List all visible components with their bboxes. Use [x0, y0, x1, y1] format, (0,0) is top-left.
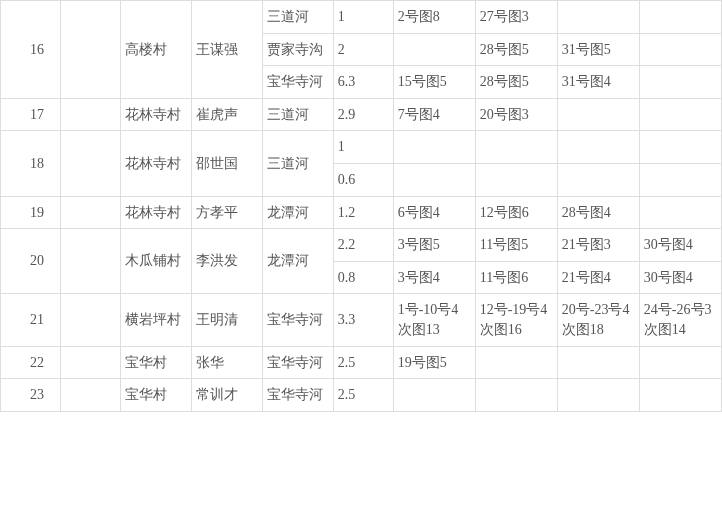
col-blank: [60, 98, 120, 131]
row-number: 19: [1, 196, 61, 229]
value-cell: 1: [333, 1, 393, 34]
row-number: 16: [1, 1, 61, 99]
river-cell: 宝华寺河: [262, 346, 333, 379]
figure-cell: 30号图4: [639, 229, 721, 262]
table-row: 20木瓜铺村李洪发龙潭河2.23号图511号图521号图330号图4: [1, 229, 722, 262]
value-cell: 2.5: [333, 346, 393, 379]
value-cell: 2.2: [333, 229, 393, 262]
figure-cell: [639, 163, 721, 196]
village-cell: 花林寺村: [120, 98, 191, 131]
value-cell: 2.5: [333, 379, 393, 412]
value-cell: 0.8: [333, 261, 393, 294]
figure-cell: 7号图4: [393, 98, 475, 131]
figure-cell: [475, 131, 557, 164]
col-blank: [60, 229, 120, 294]
person-cell: 邵世国: [191, 131, 262, 196]
figure-cell: 12号-19号4次图16: [475, 294, 557, 346]
row-number: 18: [1, 131, 61, 196]
figure-cell: [475, 379, 557, 412]
village-cell: 木瓜铺村: [120, 229, 191, 294]
figure-cell: [475, 346, 557, 379]
figure-cell: [557, 98, 639, 131]
figure-cell: 12号图6: [475, 196, 557, 229]
figure-cell: 6号图4: [393, 196, 475, 229]
person-cell: 李洪发: [191, 229, 262, 294]
table-row: 22宝华村张华宝华寺河2.519号图5: [1, 346, 722, 379]
person-cell: 方孝平: [191, 196, 262, 229]
col-blank: [60, 379, 120, 412]
value-cell: 6.3: [333, 66, 393, 99]
village-cell: 横岩坪村: [120, 294, 191, 346]
figure-cell: 11号图6: [475, 261, 557, 294]
figure-cell: [557, 1, 639, 34]
row-number: 23: [1, 379, 61, 412]
table-row: 21横岩坪村王明清宝华寺河3.31号-10号4次图1312号-19号4次图162…: [1, 294, 722, 346]
col-blank: [60, 131, 120, 196]
figure-cell: [557, 131, 639, 164]
river-cell: 宝华寺河: [262, 66, 333, 99]
figure-cell: 20号-23号4次图18: [557, 294, 639, 346]
figure-cell: [639, 379, 721, 412]
figure-cell: 27号图3: [475, 1, 557, 34]
figure-cell: [639, 98, 721, 131]
village-cell: 宝华村: [120, 346, 191, 379]
figure-cell: 19号图5: [393, 346, 475, 379]
value-cell: 1: [333, 131, 393, 164]
value-cell: 0.6: [333, 163, 393, 196]
row-number: 22: [1, 346, 61, 379]
river-cell: 宝华寺河: [262, 294, 333, 346]
person-cell: 崔虎声: [191, 98, 262, 131]
col-blank: [60, 196, 120, 229]
value-cell: 2.9: [333, 98, 393, 131]
value-cell: 1.2: [333, 196, 393, 229]
figure-cell: [557, 163, 639, 196]
value-cell: 3.3: [333, 294, 393, 346]
table-row: 23宝华村常训才宝华寺河2.5: [1, 379, 722, 412]
figure-cell: 11号图5: [475, 229, 557, 262]
figure-cell: 20号图3: [475, 98, 557, 131]
person-cell: 常训才: [191, 379, 262, 412]
figure-cell: [557, 379, 639, 412]
village-cell: 宝华村: [120, 379, 191, 412]
figure-cell: 3号图4: [393, 261, 475, 294]
river-cell: 龙潭河: [262, 196, 333, 229]
figure-cell: [393, 163, 475, 196]
figure-cell: 28号图5: [475, 66, 557, 99]
figure-cell: 24号-26号3次图14: [639, 294, 721, 346]
figure-cell: 28号图5: [475, 33, 557, 66]
figure-cell: 3号图5: [393, 229, 475, 262]
river-cell: 三道河: [262, 1, 333, 34]
figure-cell: 31号图5: [557, 33, 639, 66]
table-row: 16高楼村王谋强三道河12号图827号图3: [1, 1, 722, 34]
row-number: 20: [1, 229, 61, 294]
figure-cell: [639, 1, 721, 34]
figure-cell: 30号图4: [639, 261, 721, 294]
river-cell: 龙潭河: [262, 229, 333, 294]
table-row: 18花林寺村邵世国三道河1: [1, 131, 722, 164]
river-cell: 三道河: [262, 98, 333, 131]
col-blank: [60, 294, 120, 346]
village-cell: 花林寺村: [120, 131, 191, 196]
figure-cell: 28号图4: [557, 196, 639, 229]
row-number: 17: [1, 98, 61, 131]
figure-cell: [393, 33, 475, 66]
village-cell: 高楼村: [120, 1, 191, 99]
figure-cell: [393, 131, 475, 164]
figure-cell: [639, 196, 721, 229]
data-table: 16高楼村王谋强三道河12号图827号图3贾家寺沟228号图531号图5宝华寺河…: [0, 0, 722, 412]
col-blank: [60, 346, 120, 379]
figure-cell: [639, 33, 721, 66]
figure-cell: [475, 163, 557, 196]
figure-cell: 15号图5: [393, 66, 475, 99]
person-cell: 王明清: [191, 294, 262, 346]
river-cell: 宝华寺河: [262, 379, 333, 412]
table-row: 17花林寺村崔虎声三道河2.97号图420号图3: [1, 98, 722, 131]
figure-cell: [557, 346, 639, 379]
row-number: 21: [1, 294, 61, 346]
village-cell: 花林寺村: [120, 196, 191, 229]
table-row: 19花林寺村方孝平龙潭河1.26号图412号图628号图4: [1, 196, 722, 229]
person-cell: 王谋强: [191, 1, 262, 99]
figure-cell: 2号图8: [393, 1, 475, 34]
figure-cell: [393, 379, 475, 412]
person-cell: 张华: [191, 346, 262, 379]
